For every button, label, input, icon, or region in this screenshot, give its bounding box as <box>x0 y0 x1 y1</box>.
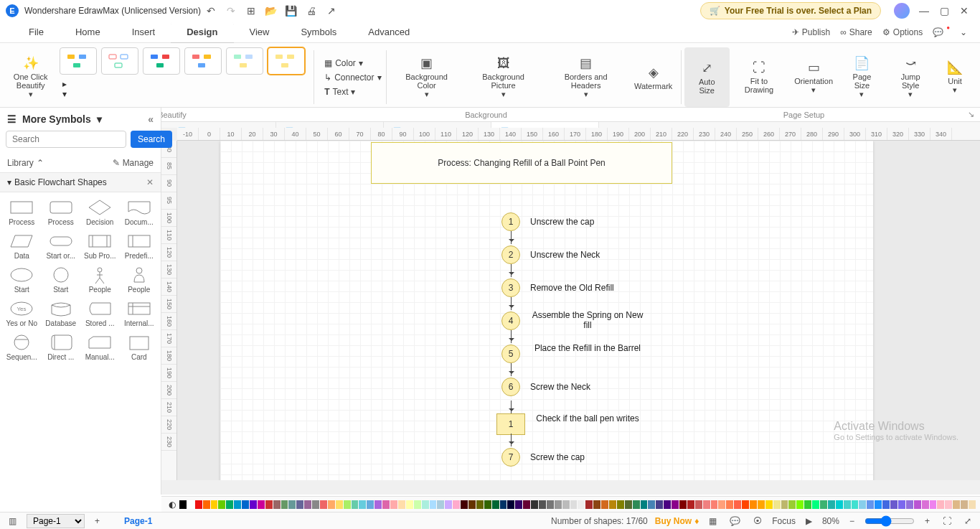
beautify-style-4[interactable] <box>184 47 222 75</box>
color-swatch[interactable] <box>906 500 913 509</box>
step-circle-3[interactable]: 3 <box>501 278 520 297</box>
step-label-4[interactable]: Assemble the Spring on New fill <box>530 310 645 330</box>
shape-start-or-[interactable]: Start or... <box>42 230 80 261</box>
step-label-3[interactable]: Remove the Old Refill <box>530 283 645 293</box>
manage-button[interactable]: ✎ Manage <box>113 158 154 168</box>
shape-decision[interactable]: Decision <box>81 197 119 228</box>
color-swatch[interactable] <box>585 500 593 509</box>
beautify-more-icon[interactable]: ▸▾ <box>60 79 70 99</box>
shape-yes-or-no[interactable]: YesYes or No <box>3 298 41 329</box>
color-swatch[interactable] <box>320 500 327 509</box>
shape-people[interactable]: People <box>121 264 159 295</box>
color-swatch[interactable] <box>258 500 265 509</box>
step-label-7[interactable]: Check if the ball pen writes <box>530 413 645 423</box>
notification-icon[interactable]: 💬● <box>933 27 950 37</box>
step-circle-6[interactable]: 6 <box>501 378 520 396</box>
color-swatch[interactable] <box>914 500 921 509</box>
share-button[interactable]: ∞ Share <box>840 27 872 37</box>
color-swatch[interactable] <box>328 500 335 509</box>
color-swatch[interactable] <box>374 500 382 509</box>
color-swatch[interactable] <box>234 500 241 509</box>
step-circle-1[interactable]: 1 <box>501 212 520 231</box>
color-swatch[interactable] <box>422 500 429 509</box>
publish-button[interactable]: ✈ Publish <box>792 27 830 37</box>
page-size-button[interactable]: 📄Page Size ▾ <box>839 47 886 107</box>
beautify-style-1[interactable] <box>60 47 97 75</box>
menu-dropdown-icon[interactable]: ⌄ <box>960 27 967 37</box>
color-swatch[interactable] <box>796 500 804 509</box>
comments-icon[interactable]: 💬 <box>727 516 743 526</box>
step-circle-8[interactable]: 7 <box>501 448 520 467</box>
search-button[interactable]: Search <box>131 131 172 148</box>
one-click-beautify-button[interactable]: ✨ One Click Beautify ▾ <box>6 47 55 107</box>
menu-file[interactable]: File <box>13 22 60 43</box>
color-swatch[interactable] <box>523 500 530 509</box>
color-swatch[interactable] <box>352 500 359 509</box>
shape-people[interactable]: People <box>81 264 119 295</box>
step-label-6[interactable]: Screw the Neck <box>530 382 645 392</box>
auto-size-button[interactable]: ⤢Auto Size <box>684 47 730 107</box>
color-swatch[interactable] <box>406 500 413 509</box>
color-swatch[interactable] <box>539 500 546 509</box>
color-swatch[interactable] <box>703 500 710 509</box>
new-icon[interactable]: ⊞ <box>241 1 261 21</box>
shape-process[interactable]: Process <box>3 197 41 228</box>
shape-stored-[interactable]: Stored ... <box>81 298 119 329</box>
color-dropper-icon[interactable]: ◐ <box>166 500 179 510</box>
shape-predefi-[interactable]: Predefi... <box>121 230 159 261</box>
section-header[interactable]: ▾ Basic Flowchart Shapes ✕ <box>0 172 161 192</box>
beautify-style-3[interactable] <box>143 47 180 75</box>
fullscreen-icon[interactable]: ⤢ <box>961 516 974 526</box>
color-swatch[interactable] <box>414 500 421 509</box>
close-section-icon[interactable]: ✕ <box>146 177 154 187</box>
color-swatch[interactable] <box>344 500 351 509</box>
print-icon[interactable]: 🖨 <box>301 1 321 21</box>
color-swatch[interactable] <box>296 500 303 509</box>
step-circle-2[interactable]: 2 <box>501 245 520 264</box>
orientation-button[interactable]: ▭Orientation ▾ <box>789 47 839 107</box>
color-swatch[interactable] <box>945 500 952 509</box>
color-swatch[interactable] <box>852 500 859 509</box>
maximize-icon[interactable]: ▢ <box>934 1 954 21</box>
beautify-style-2[interactable] <box>101 47 138 75</box>
connector-dropdown[interactable]: ↳ Connector ▾ <box>321 71 384 84</box>
color-swatch[interactable] <box>890 500 897 509</box>
color-swatch[interactable] <box>492 500 499 509</box>
pagesetup-launcher-icon[interactable]: ↘ <box>968 110 974 119</box>
color-swatch[interactable] <box>922 500 929 509</box>
shape-manual-[interactable]: Manual... <box>81 332 119 362</box>
more-symbols-label[interactable]: More Symbols <box>22 113 91 125</box>
fit-page-icon[interactable]: ⛶ <box>940 516 954 526</box>
color-swatch[interactable] <box>820 500 827 509</box>
color-swatch[interactable] <box>773 500 781 509</box>
zoom-slider[interactable] <box>864 515 915 527</box>
buy-now-button[interactable]: Buy Now ♦ <box>655 516 699 526</box>
color-swatch[interactable] <box>601 500 608 509</box>
color-swatch[interactable] <box>859 500 866 509</box>
color-swatch[interactable] <box>242 500 249 509</box>
color-swatch[interactable] <box>742 500 749 509</box>
color-swatch[interactable] <box>898 500 905 509</box>
step-label-1[interactable]: Unscrew the cap <box>530 217 645 227</box>
color-swatch[interactable] <box>711 500 718 509</box>
color-swatch[interactable] <box>312 500 319 509</box>
page-select[interactable]: Page-1 <box>27 514 85 528</box>
color-swatch[interactable] <box>382 500 390 509</box>
shape-card[interactable]: Card <box>121 332 159 362</box>
color-swatch[interactable] <box>304 500 311 509</box>
shape-data[interactable]: Data <box>3 230 41 261</box>
color-swatch[interactable] <box>484 500 491 509</box>
color-swatch[interactable] <box>672 500 679 509</box>
minimize-icon[interactable]: — <box>914 1 934 21</box>
shape-start[interactable]: Start <box>42 264 80 295</box>
color-swatch[interactable] <box>836 500 843 509</box>
color-swatch[interactable] <box>288 500 296 509</box>
close-icon[interactable]: ✕ <box>954 1 974 21</box>
flow-title-box[interactable]: Process: Changing Refill of a Ball Point… <box>371 142 672 184</box>
color-swatch[interactable] <box>273 500 281 509</box>
open-icon[interactable]: 📂 <box>261 1 281 21</box>
color-swatch[interactable] <box>179 500 187 509</box>
color-swatch[interactable] <box>336 500 343 509</box>
menu-design[interactable]: Design <box>171 22 233 43</box>
color-swatch[interactable] <box>828 500 835 509</box>
